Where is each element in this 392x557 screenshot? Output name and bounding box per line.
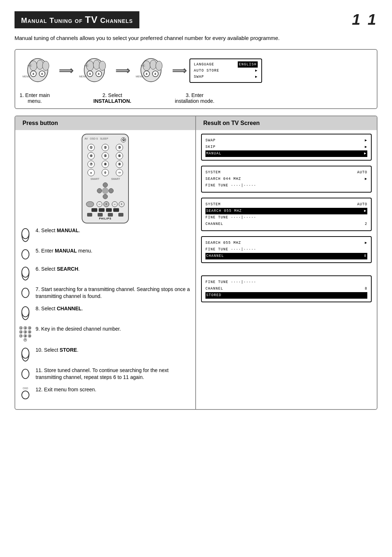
step-num: 1. xyxy=(20,92,24,98)
step-6-text: 6. Select SEARCH. xyxy=(36,266,192,273)
dpad[interactable] xyxy=(96,182,114,200)
ch-up[interactable]: + xyxy=(119,201,124,207)
nk-6: ⑥ xyxy=(28,330,31,334)
num-star[interactable]: ⁎ xyxy=(87,169,95,176)
content-area: AV OSD S SLEEP ⏻ ① ② ③ ④ ⑤ ⑥ ⑦ ⑧ ⑨ ⁎ xyxy=(15,130,377,409)
step-10-text: 10. Select STORE. xyxy=(36,347,192,354)
color-btn-2[interactable] xyxy=(99,208,105,212)
color-btn-1[interactable] xyxy=(91,208,97,212)
screen-9-row-1: SEARCH 055 MHZ▶ xyxy=(205,240,367,246)
svg-point-13 xyxy=(99,61,106,70)
step-7-row: 7. Start searching for a transmitting ch… xyxy=(19,286,192,300)
vol-up[interactable]: + xyxy=(103,201,109,207)
nk-7: ⑦ xyxy=(19,334,23,338)
num-4[interactable]: ④ xyxy=(87,152,95,160)
svg-point-32 xyxy=(22,267,29,277)
screen-9: SEARCH 055 MHZ▶ FINE TUNE ····|····· CHA… xyxy=(201,236,372,263)
num-6[interactable]: ⑥ xyxy=(116,152,123,160)
vol-down[interactable]: − xyxy=(97,201,102,207)
step-line1: Enter main xyxy=(25,92,50,98)
s4-manual-arrow: ▶ xyxy=(364,150,367,157)
color-btns xyxy=(85,208,126,212)
diagram-step-3: 3. Enter installation mode. xyxy=(175,92,215,104)
arrow-2: ⟹ xyxy=(115,65,130,77)
svg-point-30 xyxy=(22,229,29,239)
step-7-num: 7. xyxy=(36,286,41,292)
step-line2-3: installation mode. xyxy=(175,98,215,104)
num-hash[interactable]: ▭ xyxy=(116,169,123,176)
step-6-num: 6. xyxy=(36,266,41,272)
num-7[interactable]: ⑦ xyxy=(87,161,95,168)
num-1[interactable]: ① xyxy=(87,144,95,151)
dpad-left[interactable] xyxy=(97,188,102,193)
step-9-row: ① ② ③ ④ ⑤ ⑥ ⑦ ⑧ ⑨ 0 xyxy=(19,326,192,342)
step-5-row: 5. Enter MANUAL menu. xyxy=(19,247,192,261)
power-button[interactable]: ⏻ xyxy=(121,137,126,142)
s7-ch-num: 2 xyxy=(365,221,367,227)
diagram-box: + + MENU INC ⟹ + + MENU INC xyxy=(15,49,377,109)
num-9[interactable]: ⑨ xyxy=(116,161,123,168)
diagram-step-2: 2. Select INSTALLATION. xyxy=(93,92,131,104)
num-3[interactable]: ③ xyxy=(116,144,123,151)
svg-text:INC: INC xyxy=(141,64,145,67)
num-5[interactable]: ⑤ xyxy=(102,152,109,160)
num-2[interactable]: ② xyxy=(102,144,109,151)
num-8[interactable]: ⑧ xyxy=(102,161,109,168)
osd-label-icon: OSD xyxy=(23,387,28,390)
step-line1-3: Enter xyxy=(191,92,203,98)
svg-point-34 xyxy=(22,307,29,317)
remote-labels: AV OSD S SLEEP xyxy=(85,137,108,140)
s4-swap: SWAP xyxy=(205,137,216,144)
screen-7: SYSTEMAUTO SEARCH 055 MHZ▶ FINE TUNE ···… xyxy=(201,198,372,231)
bottom-btn-4[interactable] xyxy=(118,213,123,217)
av-label: AV xyxy=(85,137,88,140)
s11-stored: STORED xyxy=(206,293,221,297)
step-7-text: 7. Start searching for a transmitting ch… xyxy=(36,286,192,300)
steps-area: 4. Select MANUAL. 5. Enter MANUAL menu. xyxy=(15,227,195,405)
step-4-text: 4. Select MANUAL. xyxy=(36,227,192,234)
bottom-btn-1[interactable] xyxy=(87,213,92,217)
menu-inc-row: − + − + xyxy=(86,201,124,207)
color-btn-3[interactable] xyxy=(106,208,112,212)
step-4-row: 4. Select MANUAL. xyxy=(19,227,192,242)
s9-channel: CHANNEL xyxy=(206,253,224,259)
dpad-down[interactable] xyxy=(103,194,108,199)
s11-channel: CHANNEL xyxy=(205,286,223,292)
step-5-icon xyxy=(19,247,32,261)
step-8-bold: CHANNEL xyxy=(57,306,81,311)
screen-11: FINE TUNE ····|····· CHANNEL8 STORED xyxy=(201,275,372,302)
dpad-right[interactable] xyxy=(109,188,114,193)
num-0[interactable]: 0 xyxy=(102,169,109,176)
s9-arrow: ▶ xyxy=(365,240,367,246)
page-number: 1 1 xyxy=(352,11,377,28)
color-btn-4[interactable] xyxy=(113,208,119,212)
screen-7-row-1: SYSTEMAUTO xyxy=(205,201,367,208)
svg-text:+: + xyxy=(154,72,156,76)
bottom-btn-3[interactable] xyxy=(108,213,113,217)
diagram-remote-3: + + MENU INC xyxy=(133,56,169,86)
screen-11-row-1: FINE TUNE ····|····· xyxy=(205,279,367,286)
nk-8: ⑧ xyxy=(24,334,27,338)
ch-down[interactable]: − xyxy=(112,201,118,207)
menu-btn[interactable] xyxy=(86,201,94,207)
svg-text:MENU: MENU xyxy=(79,75,87,78)
step-8-text: 8. Select CHANNEL. xyxy=(36,305,192,312)
step-9-text: 9. Key in the desired channel number. xyxy=(36,326,192,333)
s6-system: SYSTEM xyxy=(205,169,221,176)
svg-text:+: + xyxy=(41,72,43,76)
dpad-center[interactable] xyxy=(102,187,109,194)
step-7-icon xyxy=(19,286,32,299)
screen-9-row-3: CHANNEL8 xyxy=(205,253,367,259)
screen-6-row-3: FINE TUNE ····|····· xyxy=(205,182,367,189)
step-10-icon xyxy=(19,347,32,362)
dpad-up[interactable] xyxy=(103,182,108,187)
step-9-icon: ① ② ③ ④ ⑤ ⑥ ⑦ ⑧ ⑨ 0 xyxy=(19,326,32,342)
bottom-btn-2[interactable] xyxy=(98,213,103,217)
s7-search-arrow: ▶ xyxy=(364,208,367,214)
step-10-row: 10. Select STORE. xyxy=(19,347,192,362)
nk-3: ③ xyxy=(28,326,31,330)
s7-channel: CHANNEL xyxy=(205,221,223,227)
step-12-num: 12. xyxy=(36,387,44,392)
step-6-row: 6. Select SEARCH. xyxy=(19,266,192,281)
right-column: SWAP▶ SKIP▶ MANUAL▶ SYSTEMAUTO SEARCH 04… xyxy=(196,130,377,409)
